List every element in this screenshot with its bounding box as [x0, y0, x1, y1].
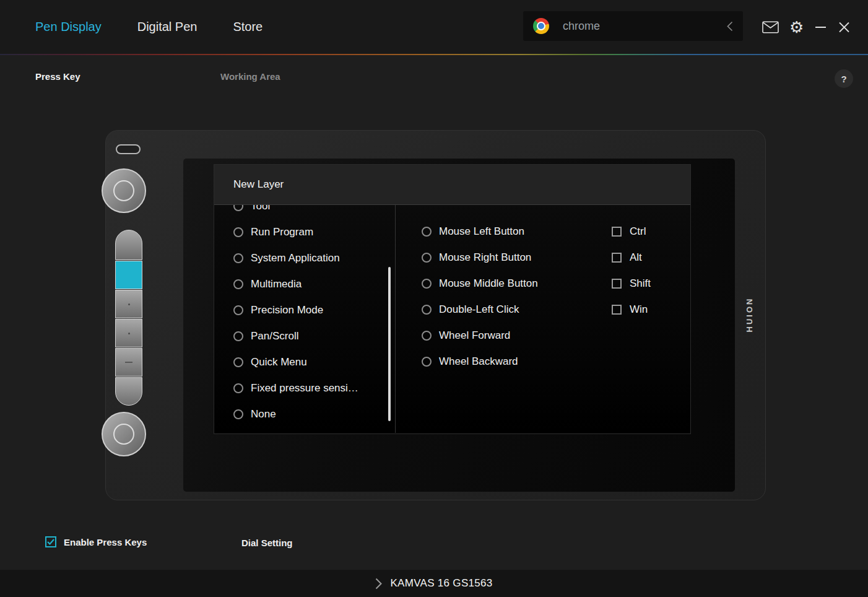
- title-bar: Pen Display Digital Pen Store chrome ⚙: [0, 0, 868, 54]
- key-dot-mark: [128, 303, 130, 305]
- main-nav: Pen Display Digital Pen Store: [35, 0, 263, 54]
- radio-icon[interactable]: [422, 357, 432, 367]
- list-item-none[interactable]: None: [214, 401, 395, 427]
- list-item-multimedia[interactable]: Multimedia: [214, 271, 395, 297]
- radio-icon[interactable]: [233, 357, 243, 367]
- press-key-panel: Press Key Working Area ? HUION: [0, 55, 868, 570]
- dial-setting-button[interactable]: Dial Setting: [241, 538, 293, 548]
- checkbox-icon[interactable]: [612, 305, 622, 315]
- option-label: Mouse Middle Button: [439, 277, 538, 290]
- option-wheel-backward[interactable]: Wheel Backward: [396, 349, 690, 375]
- press-key-strip: [115, 230, 142, 406]
- list-item-label: Fixed pressure sensi…: [251, 382, 358, 394]
- device-bar[interactable]: KAMVAS 16 GS1563: [0, 570, 868, 597]
- app-profile-selector[interactable]: chrome: [523, 11, 743, 41]
- radio-icon[interactable]: [422, 227, 432, 237]
- key-dash-mark: [125, 362, 132, 363]
- list-item-fixed-pressure[interactable]: Fixed pressure sensi…: [214, 375, 395, 401]
- list-item-run-program[interactable]: Run Program: [214, 219, 395, 245]
- modifier-label: Ctrl: [630, 225, 646, 238]
- press-key-3[interactable]: [115, 290, 142, 318]
- list-item-label: Run Program: [251, 226, 313, 238]
- dial-top[interactable]: [102, 168, 146, 213]
- radio-icon[interactable]: [422, 279, 432, 289]
- press-key-2-selected[interactable]: [115, 261, 142, 289]
- list-item-label: Tool: [251, 205, 270, 212]
- huion-brand-label: HUION: [745, 297, 754, 333]
- press-key-4[interactable]: [115, 319, 142, 347]
- nav-pen-display[interactable]: Pen Display: [35, 20, 102, 34]
- mouse-options: Mouse Left Button Mouse Right Button Mou…: [396, 205, 690, 433]
- checkbox-icon[interactable]: [612, 279, 622, 289]
- press-key-5[interactable]: [115, 348, 142, 377]
- list-item-pan-scroll[interactable]: Pan/Scroll: [214, 323, 395, 349]
- power-slider: [116, 144, 141, 154]
- list-item-label: Precision Mode: [251, 304, 323, 316]
- modifier-label: Alt: [630, 251, 642, 264]
- checkbox-icon[interactable]: [612, 227, 622, 237]
- chrome-logo-icon: [533, 18, 549, 34]
- list-item-precision-mode[interactable]: Precision Mode: [214, 297, 395, 323]
- radio-icon[interactable]: [233, 227, 243, 237]
- modifier-label: Win: [630, 303, 648, 316]
- option-label: Double-Left Click: [439, 303, 519, 316]
- radio-icon[interactable]: [422, 305, 432, 315]
- app-profile-value: chrome: [563, 20, 600, 33]
- list-item-label: System Application: [251, 252, 340, 264]
- tab-press-key[interactable]: Press Key: [35, 71, 80, 82]
- list-item-system-application[interactable]: System Application: [214, 245, 395, 271]
- radio-icon[interactable]: [233, 305, 243, 315]
- help-button[interactable]: ?: [835, 69, 853, 88]
- nav-digital-pen[interactable]: Digital Pen: [137, 20, 197, 34]
- key-function-dialog: New Layer Tool Run Program: [214, 164, 691, 434]
- radio-icon[interactable]: [233, 253, 243, 263]
- option-wheel-forward[interactable]: Wheel Forward: [396, 323, 690, 349]
- modifier-shift[interactable]: Shift: [612, 271, 651, 297]
- enable-press-keys-control[interactable]: Enable Press Keys: [45, 536, 147, 547]
- huion-driver-window: Pen Display Digital Pen Store chrome ⚙: [0, 0, 868, 597]
- checkbox-icon[interactable]: [612, 253, 622, 263]
- list-item-label: Multimedia: [251, 278, 302, 290]
- radio-icon[interactable]: [233, 205, 243, 211]
- minimize-icon[interactable]: [815, 27, 826, 28]
- question-mark-icon: ?: [841, 74, 846, 84]
- chevron-right-icon[interactable]: [375, 578, 382, 590]
- mail-icon[interactable]: [762, 21, 779, 33]
- nav-store[interactable]: Store: [233, 20, 263, 34]
- option-label: Mouse Left Button: [439, 225, 524, 238]
- list-item-label: None: [251, 408, 276, 421]
- key-dot-mark: [128, 333, 130, 334]
- chevron-left-icon[interactable]: [727, 21, 733, 32]
- radio-icon[interactable]: [233, 279, 243, 289]
- press-key-6[interactable]: [115, 377, 142, 406]
- radio-icon[interactable]: [233, 383, 243, 393]
- modifier-label: Shift: [630, 277, 651, 290]
- modifier-alt[interactable]: Alt: [612, 245, 651, 271]
- enable-press-keys-label: Enable Press Keys: [64, 537, 147, 547]
- radio-icon[interactable]: [422, 331, 432, 341]
- list-item-quick-menu[interactable]: Quick Menu: [214, 349, 395, 375]
- radio-icon[interactable]: [233, 409, 243, 419]
- tab-working-area[interactable]: Working Area: [220, 71, 280, 82]
- list-item-clipped[interactable]: Tool: [214, 205, 395, 219]
- option-label: Wheel Forward: [439, 329, 510, 342]
- list-scrollbar[interactable]: [388, 267, 391, 421]
- press-key-1[interactable]: [115, 230, 142, 260]
- dialog-title: New Layer: [233, 178, 284, 191]
- option-label: Mouse Right Button: [439, 251, 531, 264]
- radio-icon[interactable]: [422, 253, 432, 263]
- list-item-label: Quick Menu: [251, 356, 307, 368]
- close-icon[interactable]: [838, 21, 850, 33]
- radio-icon[interactable]: [233, 331, 243, 341]
- modifier-ctrl[interactable]: Ctrl: [612, 219, 651, 245]
- function-list: Tool Run Program System Application: [214, 205, 396, 433]
- modifier-win[interactable]: Win: [612, 297, 651, 323]
- tablet-illustration: HUION New Layer Tool Run Program: [105, 130, 766, 500]
- option-label: Wheel Backward: [439, 355, 518, 368]
- dialog-body: Tool Run Program System Application: [214, 205, 690, 433]
- dial-bottom[interactable]: [102, 412, 146, 456]
- settings-gear-icon[interactable]: ⚙: [789, 19, 804, 35]
- checkbox-checked-icon[interactable]: [45, 536, 56, 547]
- modifier-checkboxes: Ctrl Alt Shift: [612, 219, 651, 323]
- dialog-header: New Layer: [214, 165, 690, 205]
